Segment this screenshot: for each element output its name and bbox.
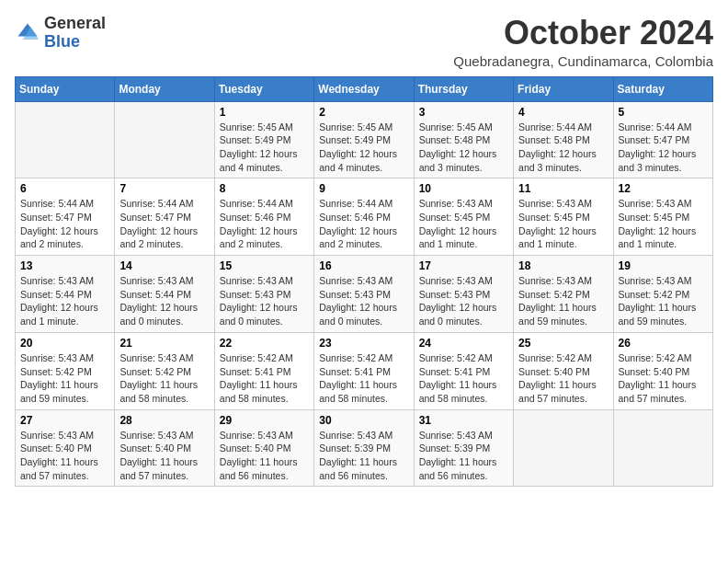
calendar-cell: 18Sunrise: 5:43 AM Sunset: 5:42 PM Dayli… — [514, 256, 613, 333]
day-number: 4 — [518, 106, 608, 119]
day-info: Sunrise: 5:45 AM Sunset: 5:48 PM Dayligh… — [419, 121, 508, 175]
calendar-cell — [115, 101, 214, 178]
day-number: 17 — [419, 259, 508, 272]
calendar-cell: 22Sunrise: 5:42 AM Sunset: 5:41 PM Dayli… — [214, 332, 313, 409]
calendar-cell: 31Sunrise: 5:43 AM Sunset: 5:39 PM Dayli… — [414, 409, 513, 487]
day-number: 14 — [119, 259, 209, 272]
day-info: Sunrise: 5:44 AM Sunset: 5:47 PM Dayligh… — [119, 197, 209, 251]
calendar-cell: 26Sunrise: 5:42 AM Sunset: 5:40 PM Dayli… — [613, 332, 712, 409]
week-row-4: 27Sunrise: 5:43 AM Sunset: 5:40 PM Dayli… — [16, 409, 713, 487]
calendar-cell: 2Sunrise: 5:45 AM Sunset: 5:49 PM Daylig… — [314, 101, 414, 178]
day-info: Sunrise: 5:42 AM Sunset: 5:41 PM Dayligh… — [419, 351, 508, 406]
calendar-header: SundayMondayTuesdayWednesdayThursdayFrid… — [16, 76, 713, 101]
calendar-cell: 16Sunrise: 5:43 AM Sunset: 5:43 PM Dayli… — [314, 256, 414, 333]
calendar-cell: 5Sunrise: 5:44 AM Sunset: 5:47 PM Daylig… — [613, 101, 712, 178]
day-info: Sunrise: 5:43 AM Sunset: 5:42 PM Dayligh… — [619, 274, 708, 328]
col-header-tuesday: Tuesday — [214, 76, 313, 101]
day-info: Sunrise: 5:42 AM Sunset: 5:41 PM Dayligh… — [220, 351, 309, 406]
day-info: Sunrise: 5:43 AM Sunset: 5:44 PM Dayligh… — [119, 274, 209, 328]
day-info: Sunrise: 5:45 AM Sunset: 5:49 PM Dayligh… — [220, 121, 309, 175]
day-info: Sunrise: 5:43 AM Sunset: 5:43 PM Dayligh… — [419, 274, 508, 328]
day-number: 8 — [220, 182, 309, 195]
day-info: Sunrise: 5:43 AM Sunset: 5:45 PM Dayligh… — [619, 197, 708, 251]
month-title: October 2024 — [453, 15, 713, 52]
day-number: 22 — [220, 337, 309, 350]
week-row-0: 1Sunrise: 5:45 AM Sunset: 5:49 PM Daylig… — [16, 101, 713, 178]
day-number: 3 — [419, 106, 508, 119]
calendar-cell: 17Sunrise: 5:43 AM Sunset: 5:43 PM Dayli… — [414, 256, 513, 333]
day-info: Sunrise: 5:44 AM Sunset: 5:46 PM Dayligh… — [319, 197, 408, 251]
day-info: Sunrise: 5:42 AM Sunset: 5:41 PM Dayligh… — [319, 351, 408, 406]
day-info: Sunrise: 5:43 AM Sunset: 5:45 PM Dayligh… — [419, 197, 508, 251]
calendar-cell: 28Sunrise: 5:43 AM Sunset: 5:40 PM Dayli… — [115, 409, 214, 487]
day-number: 13 — [20, 259, 109, 272]
week-row-1: 6Sunrise: 5:44 AM Sunset: 5:47 PM Daylig… — [16, 178, 713, 256]
col-header-saturday: Saturday — [613, 76, 712, 101]
day-number: 9 — [319, 182, 408, 195]
day-number: 5 — [619, 106, 708, 119]
day-number: 27 — [20, 414, 109, 427]
calendar-body: 1Sunrise: 5:45 AM Sunset: 5:49 PM Daylig… — [16, 101, 713, 487]
day-number: 2 — [319, 106, 408, 119]
calendar-cell: 25Sunrise: 5:42 AM Sunset: 5:40 PM Dayli… — [514, 332, 613, 409]
logo: General Blue — [15, 15, 106, 52]
day-info: Sunrise: 5:43 AM Sunset: 5:44 PM Dayligh… — [20, 274, 109, 328]
calendar-cell: 20Sunrise: 5:43 AM Sunset: 5:42 PM Dayli… — [16, 332, 115, 409]
day-info: Sunrise: 5:43 AM Sunset: 5:42 PM Dayligh… — [20, 351, 109, 406]
day-number: 6 — [20, 182, 109, 195]
day-info: Sunrise: 5:43 AM Sunset: 5:45 PM Dayligh… — [518, 197, 608, 251]
calendar-cell: 14Sunrise: 5:43 AM Sunset: 5:44 PM Dayli… — [115, 256, 214, 333]
calendar-cell: 3Sunrise: 5:45 AM Sunset: 5:48 PM Daylig… — [414, 101, 513, 178]
calendar-cell: 1Sunrise: 5:45 AM Sunset: 5:49 PM Daylig… — [214, 101, 313, 178]
day-number: 19 — [619, 259, 708, 272]
day-number: 24 — [419, 337, 508, 350]
day-info: Sunrise: 5:44 AM Sunset: 5:47 PM Dayligh… — [20, 197, 109, 251]
calendar-cell: 27Sunrise: 5:43 AM Sunset: 5:40 PM Dayli… — [16, 409, 115, 487]
day-info: Sunrise: 5:45 AM Sunset: 5:49 PM Dayligh… — [319, 121, 408, 175]
day-info: Sunrise: 5:42 AM Sunset: 5:40 PM Dayligh… — [518, 351, 608, 406]
col-header-monday: Monday — [115, 76, 214, 101]
day-number: 15 — [220, 259, 309, 272]
day-info: Sunrise: 5:43 AM Sunset: 5:40 PM Dayligh… — [220, 429, 309, 483]
day-info: Sunrise: 5:43 AM Sunset: 5:43 PM Dayligh… — [220, 274, 309, 328]
logo-text: General Blue — [44, 15, 106, 52]
day-info: Sunrise: 5:43 AM Sunset: 5:42 PM Dayligh… — [119, 351, 209, 406]
calendar-cell: 13Sunrise: 5:43 AM Sunset: 5:44 PM Dayli… — [16, 256, 115, 333]
day-number: 18 — [518, 259, 608, 272]
day-number: 29 — [220, 414, 309, 427]
calendar-cell — [16, 101, 115, 178]
day-number: 25 — [518, 337, 608, 350]
calendar-cell: 4Sunrise: 5:44 AM Sunset: 5:48 PM Daylig… — [514, 101, 613, 178]
day-info: Sunrise: 5:43 AM Sunset: 5:42 PM Dayligh… — [518, 274, 608, 328]
col-header-friday: Friday — [514, 76, 613, 101]
location-subtitle: Quebradanegra, Cundinamarca, Colombia — [453, 53, 713, 69]
day-info: Sunrise: 5:43 AM Sunset: 5:43 PM Dayligh… — [319, 274, 408, 328]
day-info: Sunrise: 5:43 AM Sunset: 5:39 PM Dayligh… — [419, 429, 508, 483]
day-number: 23 — [319, 337, 408, 350]
day-number: 11 — [518, 182, 608, 195]
day-number: 16 — [319, 259, 408, 272]
day-info: Sunrise: 5:43 AM Sunset: 5:39 PM Dayligh… — [319, 429, 408, 483]
day-number: 31 — [419, 414, 508, 427]
day-number: 20 — [20, 337, 109, 350]
calendar-cell: 11Sunrise: 5:43 AM Sunset: 5:45 PM Dayli… — [514, 178, 613, 256]
calendar-cell: 23Sunrise: 5:42 AM Sunset: 5:41 PM Dayli… — [314, 332, 414, 409]
day-info: Sunrise: 5:44 AM Sunset: 5:48 PM Dayligh… — [518, 121, 608, 175]
calendar-cell: 30Sunrise: 5:43 AM Sunset: 5:39 PM Dayli… — [314, 409, 414, 487]
day-info: Sunrise: 5:43 AM Sunset: 5:40 PM Dayligh… — [20, 429, 109, 483]
col-header-thursday: Thursday — [414, 76, 513, 101]
day-info: Sunrise: 5:42 AM Sunset: 5:40 PM Dayligh… — [619, 351, 708, 406]
day-info: Sunrise: 5:43 AM Sunset: 5:40 PM Dayligh… — [119, 429, 209, 483]
calendar-cell: 21Sunrise: 5:43 AM Sunset: 5:42 PM Dayli… — [115, 332, 214, 409]
title-block: October 2024 Quebradanegra, Cundinamarca… — [453, 15, 713, 69]
day-number: 28 — [119, 414, 209, 427]
logo-icon — [15, 20, 40, 46]
day-number: 30 — [319, 414, 408, 427]
logo-blue: Blue — [44, 32, 80, 51]
day-number: 21 — [119, 337, 209, 350]
day-number: 10 — [419, 182, 508, 195]
days-row: SundayMondayTuesdayWednesdayThursdayFrid… — [16, 76, 713, 101]
calendar-cell — [514, 409, 613, 487]
calendar-cell: 29Sunrise: 5:43 AM Sunset: 5:40 PM Dayli… — [214, 409, 313, 487]
calendar-cell: 8Sunrise: 5:44 AM Sunset: 5:46 PM Daylig… — [214, 178, 313, 256]
